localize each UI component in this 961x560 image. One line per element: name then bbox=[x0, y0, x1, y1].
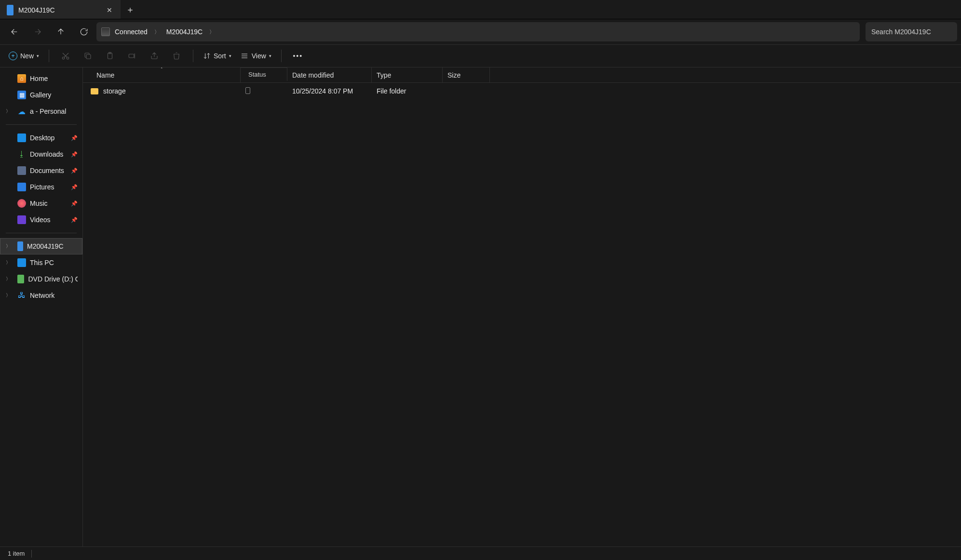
chevron-down-icon: ▾ bbox=[229, 53, 231, 58]
pin-icon: 📌 bbox=[71, 151, 78, 158]
up-button[interactable] bbox=[50, 22, 71, 41]
chevron-right-icon[interactable]: 〉 bbox=[6, 243, 11, 250]
view-button[interactable]: View ▾ bbox=[237, 47, 274, 65]
sidebar-item-network[interactable]: 〉 🖧 Network bbox=[0, 287, 82, 304]
chevron-right-icon[interactable]: 〉 bbox=[152, 28, 162, 36]
phone-icon bbox=[17, 241, 23, 251]
chevron-right-icon[interactable]: 〉 bbox=[6, 108, 11, 115]
sidebar-item-videos[interactable]: Videos 📌 bbox=[0, 212, 82, 228]
sidebar-item-documents[interactable]: Documents 📌 bbox=[0, 162, 82, 179]
sort-button[interactable]: Sort ▾ bbox=[200, 47, 234, 65]
view-label: View bbox=[252, 52, 266, 60]
arrow-right-icon bbox=[33, 27, 42, 36]
folder-icon bbox=[91, 88, 98, 94]
refresh-button[interactable] bbox=[73, 22, 95, 41]
pin-icon: 📌 bbox=[71, 217, 78, 223]
cell-name: storage bbox=[103, 87, 126, 95]
cell-date: 10/25/2024 8:07 PM bbox=[292, 87, 353, 95]
separator bbox=[193, 50, 193, 62]
pictures-icon bbox=[17, 183, 26, 191]
sort-label: Sort bbox=[214, 52, 226, 60]
sidebar-item-label: Home bbox=[30, 75, 48, 82]
pin-icon: 📌 bbox=[71, 184, 78, 190]
chevron-down-icon: ▾ bbox=[37, 53, 39, 58]
sidebar-item-thispc[interactable]: 〉 This PC bbox=[0, 254, 82, 271]
share-icon bbox=[150, 52, 159, 60]
more-button[interactable]: ••• bbox=[288, 47, 308, 65]
sidebar: ⌂ Home ▦ Gallery 〉 ☁ a - Personal Deskto… bbox=[0, 67, 83, 547]
sidebar-item-label: Documents bbox=[30, 167, 64, 174]
cut-button[interactable] bbox=[56, 47, 75, 65]
copy-button[interactable] bbox=[78, 47, 97, 65]
chevron-right-icon[interactable]: 〉 bbox=[6, 292, 11, 299]
device-icon bbox=[101, 27, 110, 36]
sidebar-item-label: Network bbox=[30, 292, 54, 299]
content-area: ˄ Name Status Date modified Type Size st… bbox=[83, 67, 961, 547]
sidebar-item-music[interactable]: Music 📌 bbox=[0, 195, 82, 212]
sidebar-item-dvd[interactable]: 〉 DVD Drive (D:) CCC bbox=[0, 271, 82, 287]
forward-button[interactable] bbox=[27, 22, 48, 41]
sidebar-item-device[interactable]: 〉 M2004J19C bbox=[0, 238, 82, 254]
sidebar-item-desktop[interactable]: Desktop 📌 bbox=[0, 130, 82, 146]
cloud-icon: ☁ bbox=[17, 107, 26, 116]
sidebar-item-gallery[interactable]: ▦ Gallery bbox=[0, 87, 82, 103]
share-button[interactable] bbox=[145, 47, 164, 65]
search-input[interactable]: Search M2004J19C bbox=[866, 22, 957, 41]
chevron-right-icon[interactable]: 〉 bbox=[6, 276, 11, 282]
sort-asc-icon: ˄ bbox=[161, 67, 163, 72]
desktop-icon bbox=[17, 133, 26, 142]
column-header-date[interactable]: Date modified bbox=[287, 67, 372, 82]
close-tab-button[interactable]: ✕ bbox=[105, 6, 114, 14]
column-header-name[interactable]: ˄ Name bbox=[83, 67, 241, 82]
refresh-icon bbox=[80, 27, 88, 36]
chevron-down-icon: ▾ bbox=[269, 53, 271, 58]
pc-icon bbox=[17, 258, 26, 267]
status-bar: 1 item bbox=[0, 547, 961, 560]
pin-icon: 📌 bbox=[71, 200, 78, 207]
rename-button[interactable] bbox=[122, 47, 142, 65]
rename-icon bbox=[128, 52, 136, 60]
home-icon: ⌂ bbox=[17, 74, 26, 83]
breadcrumb-root[interactable]: Connected bbox=[115, 28, 148, 36]
separator bbox=[281, 50, 282, 62]
tab-active[interactable]: M2004J19C ✕ bbox=[0, 0, 121, 19]
sidebar-item-label: Videos bbox=[30, 216, 51, 224]
nav-row: Connected 〉 M2004J19C 〉 Search M2004J19C bbox=[0, 19, 961, 44]
sidebar-item-pictures[interactable]: Pictures 📌 bbox=[0, 179, 82, 195]
sidebar-item-label: This PC bbox=[30, 259, 54, 267]
table-row[interactable]: storage 10/25/2024 8:07 PM File folder bbox=[83, 83, 961, 99]
address-bar[interactable]: Connected 〉 M2004J19C 〉 bbox=[96, 22, 860, 41]
new-button[interactable]: + New ▾ bbox=[6, 47, 42, 65]
column-header-type[interactable]: Type bbox=[372, 67, 443, 82]
sidebar-item-label: Music bbox=[30, 200, 48, 207]
sidebar-item-home[interactable]: ⌂ Home bbox=[0, 70, 82, 87]
sidebar-item-onedrive[interactable]: 〉 ☁ a - Personal bbox=[0, 103, 82, 120]
separator bbox=[6, 124, 77, 125]
sidebar-item-downloads[interactable]: ⭳ Downloads 📌 bbox=[0, 146, 82, 162]
video-icon bbox=[17, 215, 26, 224]
sidebar-item-label: Pictures bbox=[30, 183, 54, 191]
delete-button[interactable] bbox=[167, 47, 186, 65]
back-button[interactable] bbox=[4, 22, 25, 41]
sidebar-item-label: a - Personal bbox=[30, 107, 66, 115]
sort-icon bbox=[203, 52, 211, 60]
breadcrumb-segment[interactable]: M2004J19C bbox=[166, 28, 203, 36]
column-header-size[interactable]: Size bbox=[443, 67, 490, 82]
svg-rect-2 bbox=[86, 54, 91, 59]
phone-icon bbox=[7, 5, 14, 15]
chevron-right-icon[interactable]: 〉 bbox=[6, 259, 11, 266]
sidebar-item-label: M2004J19C bbox=[27, 242, 64, 250]
column-header-status[interactable]: Status bbox=[241, 67, 287, 81]
rows-container: storage 10/25/2024 8:07 PM File folder bbox=[83, 83, 961, 547]
separator bbox=[6, 233, 77, 233]
music-icon bbox=[17, 199, 26, 208]
chevron-right-icon[interactable]: 〉 bbox=[207, 28, 217, 36]
arrow-left-icon bbox=[10, 27, 19, 36]
new-tab-button[interactable]: ＋ bbox=[121, 0, 140, 19]
download-icon: ⭳ bbox=[17, 150, 26, 159]
sidebar-item-label: Gallery bbox=[30, 91, 51, 99]
tab-title: M2004J19C bbox=[18, 6, 55, 14]
sidebar-item-label: Desktop bbox=[30, 134, 54, 142]
separator bbox=[49, 50, 49, 62]
paste-button[interactable] bbox=[100, 47, 120, 65]
